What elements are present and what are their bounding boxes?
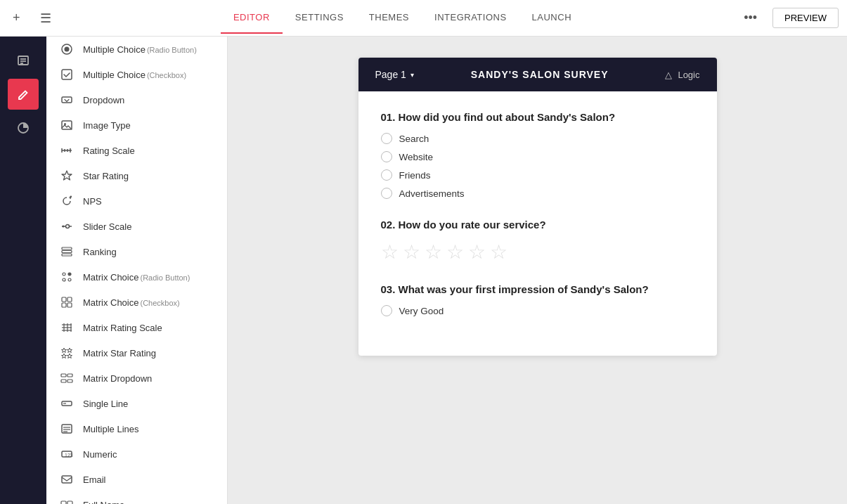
option-label: Advertisements: [399, 188, 465, 199]
sidebar-label: NPS: [83, 196, 102, 207]
svg-point-24: [63, 278, 65, 281]
sidebar-item-nps[interactable]: NPS: [46, 188, 227, 214]
edit-icon[interactable]: [8, 79, 39, 110]
forms-icon[interactable]: [8, 45, 39, 76]
menu-button[interactable]: ☰: [36, 8, 56, 29]
sidebar-item-rating-scale[interactable]: Rating Scale: [46, 138, 227, 163]
question-text: 02. How do you rate our service?: [381, 219, 694, 231]
sidebar-label: Single Line: [83, 399, 128, 409]
question-2: 02. How do you rate our service?☆☆☆☆☆☆: [381, 219, 694, 264]
sidebar-item-single-line[interactable]: Single Line: [46, 391, 227, 416]
svg-point-10: [64, 123, 66, 125]
svg-rect-7: [62, 70, 72, 79]
survey-header: Page 1 ▾ SANDY'S SALON SURVEY △ Logic: [358, 58, 717, 91]
page-label[interactable]: Page 1: [375, 69, 406, 80]
sidebar-item-multiple-choice-checkbox[interactable]: Multiple Choice(Checkbox): [46, 62, 227, 87]
ranking-icon: [59, 245, 75, 258]
logic-triangle-icon: △: [665, 70, 672, 80]
option-item[interactable]: Advertisements: [381, 188, 694, 199]
add-button[interactable]: +: [8, 8, 25, 28]
svg-rect-19: [62, 247, 72, 250]
chevron-down-icon: ▾: [410, 71, 414, 79]
content-area: Page 1 ▾ SANDY'S SALON SURVEY △ Logic 01…: [228, 37, 847, 504]
radio-circle: [381, 305, 392, 316]
matrix-rating-icon: [59, 321, 75, 334]
option-item[interactable]: Friends: [381, 169, 694, 181]
radio-circle: [381, 133, 392, 144]
option-label: Website: [399, 152, 434, 162]
option-label: Very Good: [399, 306, 444, 316]
survey-header-left: Page 1 ▾: [375, 69, 414, 80]
option-item[interactable]: Very Good: [381, 305, 694, 316]
sidebar-label: Matrix Dropdown: [83, 373, 152, 384]
sidebar-label: Matrix Choice(Checkbox): [83, 297, 180, 308]
svg-rect-39: [67, 380, 72, 382]
sidebar-item-full-name[interactable]: Full Name: [46, 492, 227, 504]
survey-body: 01. How did you find out about Sandy's S…: [358, 91, 717, 356]
question-3: 03. What was your first impression of Sa…: [381, 283, 694, 316]
sidebar-label: Multiple Lines: [83, 424, 139, 434]
nav-tab-launch[interactable]: LAUNCH: [519, 2, 584, 34]
sidebar-label: Multiple Choice(Checkbox): [83, 70, 186, 80]
top-nav-left: + ☰: [8, 8, 93, 29]
sidebar-item-multiple-choice-radio[interactable]: Multiple Choice(Radio Button): [46, 37, 227, 62]
svg-point-17: [66, 225, 70, 228]
svg-rect-20: [62, 251, 72, 253]
nav-tab-editor[interactable]: EDITOR: [221, 2, 283, 34]
sidebar-item-multiple-lines[interactable]: Multiple Lines: [46, 416, 227, 441]
question-1: 01. How did you find out about Sandy's S…: [381, 111, 694, 199]
icon-sidebar: [0, 37, 46, 504]
sidebar-item-matrix-choice-radio[interactable]: Matrix Choice(Radio Button): [46, 264, 227, 290]
svg-rect-29: [67, 303, 72, 307]
image-icon: [59, 119, 75, 131]
star-4[interactable]: ☆: [446, 240, 464, 264]
svg-point-18: [63, 226, 65, 228]
logic-label[interactable]: Logic: [678, 70, 699, 80]
survey-title: SANDY'S SALON SURVEY: [471, 69, 609, 80]
sidebar-item-image-type[interactable]: Image Type: [46, 112, 227, 138]
matrix-dropdown-icon: [59, 372, 75, 385]
nav-tab-integrations[interactable]: INTEGRATIONS: [422, 2, 519, 34]
radio-icon: [59, 43, 75, 56]
sidebar-item-numeric[interactable]: 123 Numeric: [46, 441, 227, 467]
sidebar-item-matrix-rating-scale[interactable]: Matrix Rating Scale: [46, 315, 227, 340]
sidebar-item-slider-scale[interactable]: Slider Scale: [46, 214, 227, 239]
more-options-button[interactable]: •••: [739, 8, 761, 28]
sidebar-item-matrix-choice-checkbox[interactable]: Matrix Choice(Checkbox): [46, 290, 227, 315]
top-nav: + ☰ EDITORSETTINGSTHEMESINTEGRATIONSLAUN…: [0, 0, 847, 37]
sidebar-item-matrix-star-rating[interactable]: Matrix Star Rating: [46, 340, 227, 366]
single-line-icon: [59, 397, 75, 410]
email-icon: [59, 473, 75, 486]
svg-rect-37: [67, 374, 72, 377]
slider-icon: [59, 220, 75, 233]
components-sidebar: Multiple Choice(Radio Button) Multiple C…: [46, 37, 228, 504]
nav-tab-settings[interactable]: SETTINGS: [283, 2, 356, 34]
option-item[interactable]: Website: [381, 151, 694, 162]
sidebar-item-matrix-dropdown[interactable]: Matrix Dropdown: [46, 366, 227, 391]
option-item[interactable]: Search: [381, 133, 694, 144]
option-label: Search: [399, 134, 429, 144]
sidebar-label: Numeric: [83, 449, 117, 460]
matrix-checkbox-icon: [59, 296, 75, 309]
multiple-lines-icon: [59, 422, 75, 435]
sidebar-label: Dropdown: [83, 95, 124, 105]
svg-rect-38: [61, 380, 66, 382]
chart-icon[interactable]: [8, 112, 39, 143]
star-3[interactable]: ☆: [425, 240, 442, 264]
sidebar-label: Email: [83, 474, 106, 485]
radio-circle: [381, 188, 392, 199]
sidebar-item-email[interactable]: Email: [46, 467, 227, 492]
nav-tab-themes[interactable]: THEMES: [356, 2, 422, 34]
star-6[interactable]: ☆: [490, 240, 507, 264]
survey-header-right: △ Logic: [665, 70, 699, 80]
sidebar-item-dropdown[interactable]: Dropdown: [46, 87, 227, 112]
sidebar-item-star-rating[interactable]: Star Rating: [46, 163, 227, 188]
survey-card: Page 1 ▾ SANDY'S SALON SURVEY △ Logic 01…: [358, 58, 717, 356]
star-5[interactable]: ☆: [468, 240, 486, 264]
star-1[interactable]: ☆: [381, 240, 399, 264]
svg-point-6: [65, 47, 70, 52]
star-row[interactable]: ☆☆☆☆☆☆: [381, 240, 694, 264]
preview-button[interactable]: PREVIEW: [772, 8, 839, 28]
star-2[interactable]: ☆: [403, 240, 420, 264]
sidebar-item-ranking[interactable]: Ranking: [46, 239, 227, 264]
